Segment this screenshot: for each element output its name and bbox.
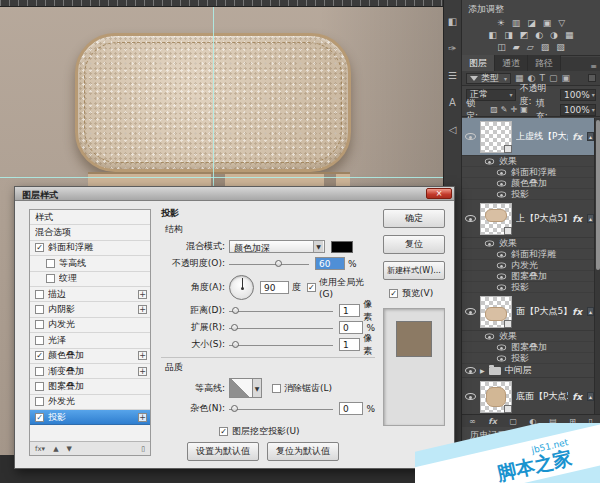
filter-kind-select[interactable]: 类型 ▾ — [466, 73, 511, 84]
visibility-eye-icon[interactable] — [497, 251, 506, 257]
style-checkbox[interactable] — [35, 336, 44, 345]
expand-triangle-icon[interactable]: ▶ — [480, 367, 485, 374]
knockout-checkbox[interactable]: ✓ — [219, 427, 228, 436]
visibility-eye-icon[interactable] — [465, 393, 476, 400]
styles-header[interactable]: 样式 — [30, 210, 150, 225]
style-item-5[interactable]: 内阴影+ — [30, 302, 150, 317]
visibility-eye-icon[interactable] — [497, 355, 506, 361]
filter-smart-objects-icon[interactable]: ▣ — [561, 73, 570, 83]
slider-thumb[interactable] — [275, 260, 282, 267]
layer-row-1[interactable]: 上【P大点5】fx▴ — [462, 200, 594, 238]
opacity-slider[interactable] — [229, 259, 309, 269]
visibility-eye-icon[interactable] — [497, 284, 506, 290]
layer-thumbnail[interactable] — [480, 296, 512, 328]
slider-thumb[interactable] — [232, 307, 239, 314]
slider-thumb[interactable] — [232, 341, 239, 348]
style-item-8[interactable]: ✓颜色叠加+ — [30, 349, 150, 364]
lock-transparency-icon[interactable]: ▨ — [490, 105, 498, 114]
new-style-button[interactable]: 新建样式(W)... — [383, 261, 445, 280]
distance-input[interactable]: 1 — [339, 304, 360, 317]
expand-plus-icon[interactable]: + — [138, 413, 147, 422]
visibility-eye-icon[interactable] — [465, 367, 476, 374]
effect-row[interactable]: 投影 — [462, 282, 594, 293]
visibility-eye-icon[interactable] — [465, 133, 476, 140]
visibility-eye-icon[interactable] — [497, 273, 506, 279]
expand-plus-icon[interactable]: + — [138, 305, 147, 314]
style-item-0[interactable]: 混合选项 — [30, 225, 150, 240]
shadow-color-swatch[interactable] — [331, 241, 353, 253]
levels-icon[interactable]: ▥ — [512, 18, 521, 28]
selective-color-icon[interactable]: ▧ — [556, 42, 565, 52]
color-balance-icon[interactable]: ◨ — [504, 30, 513, 40]
style-checkbox[interactable]: ✓ — [35, 243, 44, 252]
contour-thumbnail[interactable] — [229, 378, 253, 398]
lock-all-icon[interactable]: ▣ — [520, 105, 528, 114]
ok-button[interactable]: 确定 — [383, 209, 445, 228]
dock-panel-icon-3[interactable]: ☰ — [444, 70, 461, 81]
style-item-10[interactable]: 图案叠加 — [30, 379, 150, 394]
opacity-select[interactable]: 100% ▾ — [560, 89, 596, 101]
move-up-icon[interactable]: ▲ — [53, 445, 58, 453]
style-checkbox[interactable] — [35, 290, 44, 299]
invert-icon[interactable]: ◫ — [497, 42, 506, 52]
chevron-down-icon[interactable]: ▼ — [253, 378, 262, 398]
style-item-3[interactable]: 纹理 — [30, 272, 150, 287]
layers-scrollbar[interactable] — [594, 118, 600, 414]
collapse-effects-icon[interactable]: ▴ — [587, 392, 594, 401]
lock-position-icon[interactable]: ✛ — [511, 105, 518, 114]
antialias-checkbox[interactable] — [272, 384, 281, 393]
set-default-button[interactable]: 设置为默认值 — [187, 442, 259, 461]
layer-row-0[interactable]: 上虚线【P大点...fx▴ — [462, 118, 594, 156]
visibility-eye-icon[interactable] — [485, 158, 494, 164]
slider-thumb[interactable] — [231, 405, 238, 412]
size-slider[interactable] — [229, 340, 333, 350]
expand-plus-icon[interactable]: + — [138, 290, 147, 299]
collapse-effects-icon[interactable]: ▴ — [587, 307, 594, 316]
expand-plus-icon[interactable]: + — [138, 351, 147, 360]
style-checkbox[interactable]: ✓ — [35, 351, 44, 360]
cancel-button[interactable]: 复位 — [383, 235, 445, 254]
delete-style-icon[interactable]: ▯ — [141, 445, 145, 453]
style-checkbox[interactable] — [35, 320, 44, 329]
filter-toggle[interactable] — [588, 74, 596, 82]
angle-dial[interactable] — [229, 275, 254, 300]
dock-panel-icon-2[interactable]: ✑ — [444, 43, 461, 54]
visibility-eye-icon[interactable] — [497, 262, 506, 268]
style-item-2[interactable]: 等高线 — [30, 256, 150, 271]
noise-slider[interactable] — [229, 404, 333, 414]
visibility-eye-icon[interactable] — [497, 180, 506, 186]
style-checkbox[interactable] — [35, 397, 44, 406]
gradient-map-icon[interactable]: ▨ — [541, 42, 550, 52]
color-lookup-icon[interactable]: ▦ — [565, 30, 574, 40]
style-item-7[interactable]: 光泽 — [30, 333, 150, 348]
panel-menu-icon[interactable]: ≡ — [590, 62, 597, 71]
dialog-titlebar[interactable]: 图层样式 × — [15, 187, 454, 201]
visibility-eye-icon[interactable] — [485, 333, 494, 339]
layer-group-3[interactable]: ▶中间层 — [462, 364, 594, 378]
visibility-eye-icon[interactable] — [497, 169, 506, 175]
posterize-icon[interactable]: ▰ — [513, 42, 520, 52]
scrollbar-thumb[interactable] — [596, 120, 600, 270]
visibility-eye-icon[interactable] — [465, 215, 476, 222]
style-item-4[interactable]: 描边+ — [30, 287, 150, 302]
layer-thumbnail[interactable] — [480, 381, 512, 413]
collapse-effects-icon[interactable]: ▴ — [587, 132, 594, 141]
spread-slider[interactable] — [229, 323, 333, 333]
reset-default-button[interactable]: 复位为默认值 — [267, 442, 339, 461]
distance-slider[interactable] — [229, 306, 333, 316]
photo-filter-icon[interactable]: ◐ — [535, 30, 543, 40]
expand-plus-icon[interactable]: + — [138, 367, 147, 376]
dock-panel-icon-1[interactable]: ◧ — [444, 16, 461, 27]
fx-menu-icon[interactable]: fx▾ — [35, 445, 45, 453]
global-light-checkbox[interactable]: ✓ — [307, 283, 316, 292]
shadow-opacity-input[interactable]: 60 — [315, 257, 345, 270]
style-checkbox[interactable]: ✓ — [35, 413, 44, 422]
noise-input[interactable]: 0 — [339, 402, 363, 415]
tab-layers[interactable]: 图层 — [462, 55, 495, 71]
tab-channels[interactable]: 通道 — [495, 55, 528, 71]
vibrance-icon[interactable]: ▽ — [558, 18, 565, 28]
visibility-eye-icon[interactable] — [497, 191, 506, 197]
layer-thumbnail[interactable] — [480, 203, 512, 235]
spread-input[interactable]: 0 — [339, 321, 363, 334]
layer-row-2[interactable]: 面【P大点5】fx▴ — [462, 293, 594, 331]
